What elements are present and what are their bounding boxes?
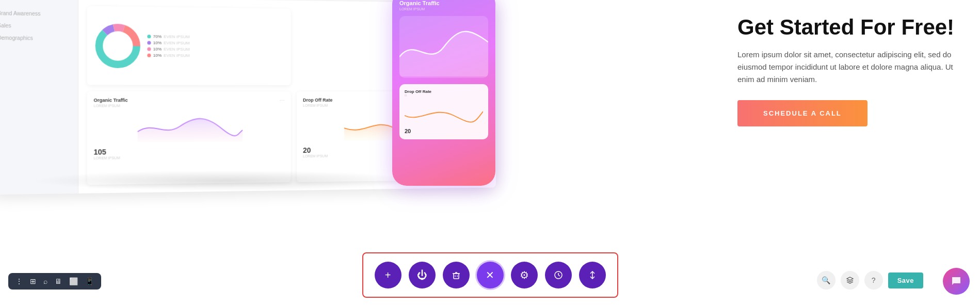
toolbar-menu-icon[interactable]: ⋮: [15, 277, 23, 285]
fab-delete-button[interactable]: [443, 262, 470, 288]
sidebar-item-sales: Sales: [0, 20, 71, 33]
sort-icon: [587, 270, 598, 280]
svg-line-12: [558, 275, 560, 276]
phone-wave-area: [399, 16, 488, 78]
card-menu-icon: ⋯: [280, 98, 285, 103]
right-content-section: Get Started For Free! Lorem ipsum dolor …: [737, 15, 959, 126]
donut-legend: 70% EVEN IPSUM 10% EVEN IPSUM 10% EVEN I…: [147, 33, 189, 59]
fab-power-button[interactable]: ⏻: [409, 262, 436, 288]
bottom-toolbar: ⋮ ⊞ ⌕ 🖥 ⬜ 📱: [8, 273, 101, 290]
page-title: Get Started For Free!: [737, 15, 959, 39]
fab-settings-button[interactable]: ⚙: [511, 262, 538, 288]
toolbar-grid-icon[interactable]: ⊞: [30, 277, 36, 285]
right-bottom-icons: 🔍 ? Save: [817, 271, 923, 290]
phone-sub: LOREM IPSUM: [399, 7, 488, 11]
sidebar-item-brand: Brand Awareness: [0, 7, 71, 20]
svg-marker-14: [847, 277, 853, 280]
phone-card-value: 20: [405, 128, 483, 134]
phone-title: Organic Traffic: [399, 0, 488, 6]
fab-history-button[interactable]: [545, 262, 572, 288]
organic-wave-chart: [94, 110, 285, 142]
chat-icon: [950, 275, 962, 287]
svg-rect-5: [454, 274, 459, 279]
fab-close-button[interactable]: ✕: [477, 262, 504, 288]
trash-icon: [451, 270, 461, 280]
phone-card-title: Drop Off Rate: [405, 89, 483, 94]
phone-dropoff-card: Drop Off Rate R 20: [399, 84, 488, 139]
dashboard-sidebar: Brand Awareness Sales Demographics: [0, 0, 78, 195]
phone-mockup: Organic Traffic LOREM IPSUM Drop Off Rat…: [392, 0, 495, 186]
organic-card-sub: LOREM IPSUM: [94, 104, 285, 108]
organic-card-title: Organic Traffic: [94, 98, 285, 103]
rbi-layers-icon[interactable]: [841, 271, 859, 290]
chat-fab-button[interactable]: [943, 268, 970, 295]
svg-point-4: [104, 32, 132, 59]
sidebar-item-demographics: Demographics: [0, 31, 71, 44]
page-description: Lorem ipsum dolor sit amet, consectetur …: [737, 49, 959, 86]
clock-icon: [553, 270, 564, 280]
toolbar-mobile-icon[interactable]: 📱: [85, 277, 94, 285]
phone-card-sub: R: [405, 94, 483, 97]
phone-card-wave: [405, 100, 483, 126]
dashboard-shadow: [31, 170, 423, 191]
toolbar-tablet-icon[interactable]: ⬜: [69, 277, 78, 285]
phone-wave-chart: [399, 16, 488, 78]
donut-chart: [94, 22, 142, 70]
toolbar-search-icon[interactable]: ⌕: [43, 277, 47, 285]
rbi-help-icon[interactable]: ?: [864, 271, 883, 290]
save-button[interactable]: Save: [888, 272, 923, 288]
schedule-call-button[interactable]: SCHEDULE A CALL: [737, 100, 867, 126]
fab-add-button[interactable]: +: [375, 262, 401, 288]
layers-icon: [846, 276, 854, 284]
toolbar-desktop-icon[interactable]: 🖥: [55, 277, 62, 285]
fab-toolbar: + ⏻ ✕ ⚙: [362, 252, 618, 298]
rbi-search-icon[interactable]: 🔍: [817, 271, 836, 290]
fab-sort-button[interactable]: [579, 262, 606, 288]
donut-card: 70% EVEN IPSUM 10% EVEN IPSUM 10% EVEN I…: [87, 6, 291, 85]
